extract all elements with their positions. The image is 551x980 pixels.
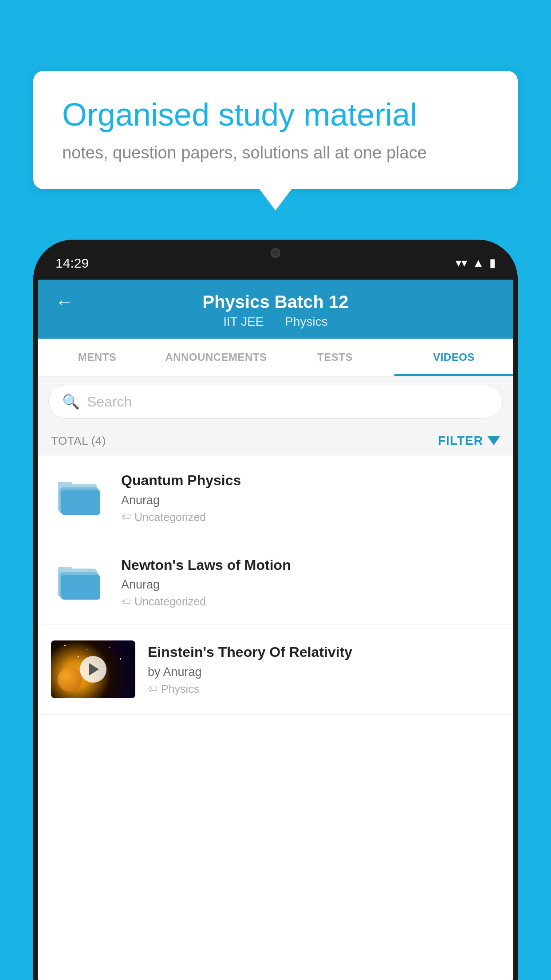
video-tag: 🏷 Uncategorized bbox=[121, 595, 500, 608]
subtitle-iitjee: IIT JEE bbox=[223, 315, 264, 328]
planet-graphic bbox=[58, 667, 82, 692]
video-title: Newton's Laws of Motion bbox=[121, 556, 500, 575]
list-item[interactable]: Newton's Laws of Motion Anurag 🏷 Uncateg… bbox=[38, 540, 513, 625]
tab-videos[interactable]: VIDEOS bbox=[394, 339, 513, 376]
svg-rect-1 bbox=[58, 482, 72, 488]
phone-notch bbox=[231, 240, 320, 266]
video-tag: 🏷 Physics bbox=[148, 683, 500, 695]
search-icon: 🔍 bbox=[62, 393, 80, 410]
play-button[interactable] bbox=[80, 656, 106, 683]
tab-announcements[interactable]: ANNOUNCEMENTS bbox=[157, 339, 276, 376]
search-input-container[interactable]: 🔍 Search bbox=[48, 385, 503, 419]
video-title: Quantum Physics bbox=[121, 471, 500, 490]
speech-bubble: Organised study material notes, question… bbox=[33, 71, 518, 189]
battery-icon: ▮ bbox=[489, 256, 496, 270]
svg-rect-7 bbox=[61, 575, 100, 600]
video-author: Anurag bbox=[121, 494, 500, 507]
folder-icon bbox=[58, 478, 102, 516]
svg-rect-5 bbox=[58, 567, 72, 573]
phone-frame: 14:29 ▾▾ ▲ ▮ ← Physics Batch 12 IIT JEE … bbox=[33, 240, 518, 980]
video-list: Quantum Physics Anurag 🏷 Uncategorized bbox=[38, 455, 513, 715]
search-placeholder: Search bbox=[87, 394, 132, 410]
list-item[interactable]: Einstein's Theory Of Relativity by Anura… bbox=[38, 624, 513, 715]
app-header-row: ← Physics Batch 12 bbox=[55, 292, 496, 312]
tag-icon: 🏷 bbox=[121, 596, 131, 608]
tag-label: Uncategorized bbox=[134, 595, 206, 608]
tag-label: Uncategorized bbox=[134, 511, 206, 524]
app-title: Physics Batch 12 bbox=[202, 292, 348, 312]
folder-icon-container bbox=[51, 475, 109, 520]
app-subtitle: IIT JEE Physics bbox=[219, 315, 332, 329]
camera-dot bbox=[271, 248, 280, 258]
subtitle-physics: Physics bbox=[285, 315, 327, 328]
tabs-bar: MENTS ANNOUNCEMENTS TESTS VIDEOS bbox=[38, 339, 513, 377]
video-author: Anurag bbox=[121, 578, 500, 592]
tab-ments[interactable]: MENTS bbox=[38, 339, 157, 376]
back-button[interactable]: ← bbox=[55, 292, 73, 312]
wifi-icon: ▾▾ bbox=[456, 256, 467, 270]
status-bar: 14:29 ▾▾ ▲ ▮ bbox=[33, 240, 518, 280]
signal-icon: ▲ bbox=[472, 256, 484, 270]
clock: 14:29 bbox=[55, 256, 89, 271]
app-header: ← Physics Batch 12 IIT JEE Physics bbox=[38, 280, 513, 339]
total-count: TOTAL (4) bbox=[51, 434, 106, 448]
video-info: Quantum Physics Anurag 🏷 Uncategorized bbox=[121, 471, 500, 524]
phone-screen: ← Physics Batch 12 IIT JEE Physics MENTS… bbox=[38, 280, 513, 980]
filter-label: FILTER bbox=[438, 434, 483, 448]
folder-icon-container bbox=[51, 560, 109, 604]
list-item[interactable]: Quantum Physics Anurag 🏷 Uncategorized bbox=[38, 455, 513, 540]
einstein-thumbnail bbox=[51, 640, 135, 698]
tag-label: Physics bbox=[161, 683, 199, 695]
speech-bubble-subtitle: notes, question papers, solutions all at… bbox=[62, 143, 489, 162]
video-author: by Anurag bbox=[148, 665, 500, 679]
filter-bar: TOTAL (4) FILTER bbox=[38, 427, 513, 455]
speech-bubble-title: Organised study material bbox=[62, 95, 489, 134]
search-bar: 🔍 Search bbox=[38, 377, 513, 427]
svg-rect-3 bbox=[61, 490, 100, 515]
video-tag: 🏷 Uncategorized bbox=[121, 511, 500, 524]
status-icons: ▾▾ ▲ ▮ bbox=[456, 256, 496, 270]
tab-tests[interactable]: TESTS bbox=[276, 339, 394, 376]
video-info: Einstein's Theory Of Relativity by Anura… bbox=[148, 643, 500, 695]
tag-icon: 🏷 bbox=[121, 511, 131, 523]
tag-icon: 🏷 bbox=[148, 683, 157, 695]
filter-icon bbox=[488, 436, 500, 445]
play-icon bbox=[89, 663, 99, 676]
video-info: Newton's Laws of Motion Anurag 🏷 Uncateg… bbox=[121, 556, 500, 609]
video-title: Einstein's Theory Of Relativity bbox=[148, 643, 500, 662]
filter-button[interactable]: FILTER bbox=[438, 434, 500, 448]
folder-icon bbox=[58, 563, 102, 601]
